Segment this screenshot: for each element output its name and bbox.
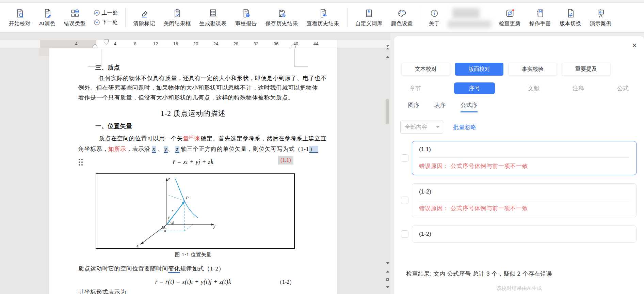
check-update-button[interactable]: 检查更新: [498, 7, 521, 28]
result-card[interactable]: (1-2) 错误原因： 公式序号体例与前一项不一致: [412, 183, 637, 217]
highlight-z[interactable]: z: [175, 146, 179, 153]
fig-label-point-p: P: [186, 195, 189, 200]
doc-text: 质点运动时它的空间位置要随时间: [78, 265, 168, 272]
split-view-handle[interactable]: [385, 44, 390, 50]
tab-fact-check[interactable]: 事实核验: [509, 63, 557, 76]
close-icon[interactable]: ✕: [632, 42, 637, 49]
ruler-margin-number: 4: [75, 41, 77, 46]
subtab-formulas[interactable]: 公式: [617, 84, 629, 92]
batch-ignore-link[interactable]: 批量忽略: [453, 123, 476, 131]
results-panel: ✕ 文本校对 版面校对 事实核验 重要提及 章节 序号 文献 注释 公式 图序 …: [394, 36, 644, 294]
tab-layout-proof[interactable]: 版面校对: [455, 63, 503, 76]
doc-text: 、: [168, 146, 175, 152]
ai-polish-button[interactable]: AI润色: [38, 7, 56, 28]
seqtab-formula-numbers[interactable]: 公式序: [461, 102, 478, 112]
review-report-button[interactable]: 审校报告: [235, 7, 258, 28]
underlined-term[interactable]: 变化: [168, 265, 180, 273]
book-bookmark-icon: [364, 8, 374, 18]
doc-switch-icon: [565, 8, 576, 18]
formula-1-1-tag[interactable]: (1.1): [278, 156, 293, 165]
scroll-down-button[interactable]: [385, 260, 390, 266]
next-page-button[interactable]: [385, 284, 390, 290]
window-top-strip: [0, 0, 644, 3]
tab-key-mentions[interactable]: 重要提及: [562, 63, 610, 76]
fig-label-gamma: γ: [168, 215, 170, 219]
error-mark-red-text[interactable]: 来: [195, 135, 201, 142]
close-result-box-button[interactable]: 关闭结果框: [163, 7, 192, 28]
document-page[interactable]: 三、质点 任何实际的物体不仅具有质量，还具有一定的大小和形状，即便是小到原子、电…: [49, 48, 337, 294]
manual-button[interactable]: 操作手册: [529, 7, 552, 28]
ruler-tick: 8: [134, 41, 136, 46]
info-circle-icon: [429, 8, 439, 18]
seqtab-figure-numbers[interactable]: 图序: [408, 102, 419, 112]
ruler-tick: 4: [114, 41, 116, 46]
browse-object-button[interactable]: [385, 277, 390, 282]
grid-plus-icon: [70, 8, 80, 18]
subtab-annotations[interactable]: 注释: [573, 84, 584, 92]
redacted-logo: [448, 7, 491, 29]
tab-text-proof[interactable]: 文本校对: [402, 63, 450, 76]
doc-text: ，表示沿: [126, 146, 152, 152]
custom-dictionary-button[interactable]: 自定义词库: [355, 7, 383, 28]
palette-icon: [397, 8, 407, 18]
margin-corner-mark: [294, 49, 295, 67]
previous-page-button[interactable]: [385, 268, 390, 274]
content-filter-dropdown[interactable]: 全部内容: [400, 121, 443, 134]
doc-pen-icon: [42, 8, 52, 18]
result-error-reason: 错误原因： 公式序号体例与前一项不一致: [419, 162, 629, 170]
doc-clock-icon: [277, 8, 287, 18]
demo-cases-button[interactable]: 演示案例: [589, 7, 612, 28]
subtab-numbering[interactable]: 序号: [454, 82, 495, 94]
view-history-button[interactable]: 查看历史结果: [306, 7, 340, 28]
toolbar-divider: [421, 8, 421, 28]
start-proof-button[interactable]: 开始校对: [8, 7, 31, 28]
result-card-list: (1.1) 错误原因： 公式序号体例与前一项不一致 (1-2) 错误原因： 公式…: [394, 141, 644, 243]
seqtab-table-numbers[interactable]: 表序: [434, 102, 446, 112]
generate-errata-button[interactable]: 生成勘误表: [199, 7, 227, 28]
result-checkbox[interactable]: [401, 197, 408, 204]
doc-heading-mass-point: 三、质点: [95, 65, 120, 71]
filter-row: 全部内容 批量忽略: [400, 121, 644, 134]
fig-label-alpha: α: [164, 229, 166, 233]
chevron-up-circle-icon: [94, 10, 100, 16]
highlight-paren[interactable]: ）: [309, 146, 319, 153]
ruler-tick: 16: [173, 41, 178, 46]
ruler-tick: 32: [254, 41, 258, 46]
result-checkbox[interactable]: [401, 230, 408, 238]
clear-marks-button[interactable]: 清除标记: [133, 7, 156, 28]
color-settings-button[interactable]: 颜色设置: [390, 7, 414, 28]
next-error-button[interactable]: 下一处: [94, 19, 118, 26]
error-types-button[interactable]: 错误类型: [63, 7, 86, 28]
error-mark-red-text[interactable]: 量: [183, 135, 189, 142]
subtab-references[interactable]: 文献: [528, 84, 540, 92]
scrollbar-thumb[interactable]: [386, 99, 389, 124]
ruler-tick: 12: [153, 41, 158, 46]
scroll-up-button[interactable]: [385, 54, 390, 60]
error-mark-red-text[interactable]: 如所示: [108, 146, 126, 152]
about-button[interactable]: 关于: [428, 7, 440, 28]
prev-error-button[interactable]: 上一处: [94, 9, 118, 16]
save-history-button[interactable]: 保存历史结果: [265, 7, 299, 28]
result-card[interactable]: (1-2): [412, 226, 637, 243]
block-drag-handle[interactable]: [79, 159, 83, 166]
clipboard-check-icon: [172, 8, 182, 18]
chevron-down-circle-icon: [94, 19, 100, 26]
presentation-icon: [596, 8, 606, 18]
ruler-tick: 44: [313, 41, 318, 46]
doc-text: 、: [156, 146, 163, 152]
highlight-x[interactable]: x: [152, 146, 156, 153]
result-card-selected[interactable]: (1.1) 错误原因： 公式序号体例与前一项不一致: [412, 141, 637, 175]
fig-label-beta: β: [172, 220, 174, 225]
doc-subheading-position-vector: 一、位置矢量: [95, 123, 132, 129]
result-checkbox[interactable]: [401, 154, 408, 162]
proofreading-app: 开始校对 AI润色 错误类型 上一处 下一处: [0, 0, 644, 294]
subtab-chapters[interactable]: 章节: [409, 84, 421, 92]
horizontal-ruler[interactable]: 4 4 8 12 16 20 24 28 32 36 40 44: [0, 40, 390, 48]
toolbar-divider: [347, 8, 348, 28]
highlight-y[interactable]: y: [164, 146, 168, 153]
doc-paragraph-line: 看作是一个只有质量，但没有大小和形状的几何点，这样的特殊物体被称为质点。: [78, 95, 294, 100]
check-summary: 检查结果: 文内 公式序号 总计 3 个，疑似 2 个存在错误: [406, 270, 552, 278]
citation-superscript[interactable]: [47]: [189, 135, 195, 139]
version-switch-button[interactable]: 版本切换: [559, 7, 582, 28]
dropdown-value: 全部内容: [405, 123, 427, 131]
